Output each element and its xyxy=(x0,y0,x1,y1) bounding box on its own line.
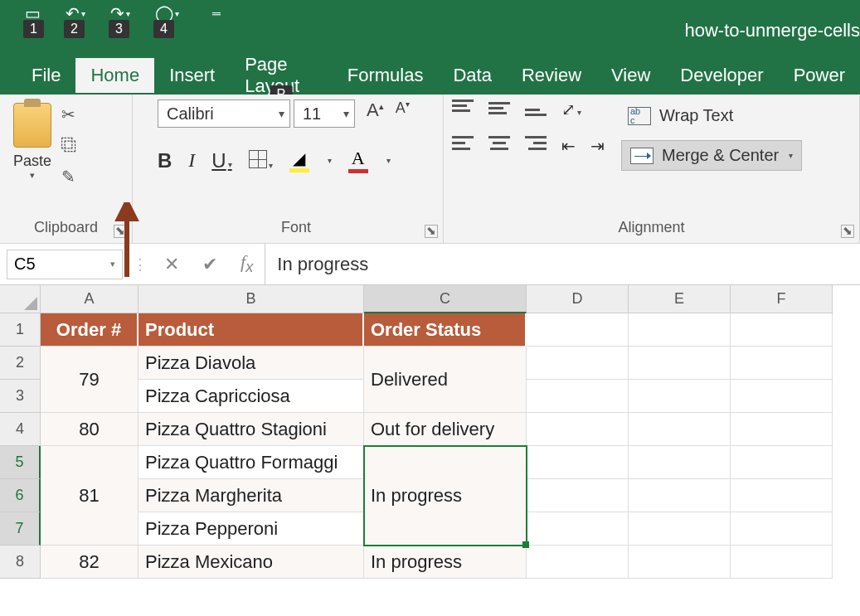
cell[interactable] xyxy=(629,347,731,380)
increase-indent-button[interactable]: ⇥ xyxy=(590,136,605,156)
tab-home[interactable]: HomeH xyxy=(75,58,154,93)
worksheet-grid[interactable]: A B C D E F 1 Order # Product Order Stat… xyxy=(0,285,860,616)
decrease-indent-button[interactable]: ⇤ xyxy=(561,136,576,156)
cell[interactable]: Pizza Quattro Formaggi xyxy=(138,446,364,479)
font-size-combo[interactable]: 11 ▾ xyxy=(294,99,355,128)
dialog-launcher-icon[interactable]: ⬊ xyxy=(841,225,854,238)
cell[interactable] xyxy=(731,546,833,579)
row-header-3[interactable]: 3 xyxy=(0,380,41,413)
cell[interactable]: Out for delivery xyxy=(364,413,527,446)
align-left-button[interactable] xyxy=(452,136,474,153)
cut-button[interactable]: ✂ xyxy=(61,104,78,124)
cell[interactable] xyxy=(629,380,731,413)
merged-cell[interactable]: 79 xyxy=(41,347,138,413)
align-center-button[interactable] xyxy=(488,136,510,153)
align-top-button[interactable] xyxy=(452,99,474,116)
cell[interactable]: 82 xyxy=(41,546,138,579)
fill-color-button[interactable]: ◢ xyxy=(289,148,309,172)
fill-handle[interactable] xyxy=(522,541,529,548)
cell[interactable] xyxy=(731,512,833,546)
enter-button[interactable]: ✔ xyxy=(191,254,229,275)
tab-formulas[interactable]: FormulasM xyxy=(333,58,439,93)
cell[interactable] xyxy=(527,479,629,512)
wrap-text-button[interactable]: Wrap Text xyxy=(621,103,802,129)
qat-undo[interactable]: ↶▾ 2 xyxy=(66,3,85,23)
row-header-6[interactable]: 6 xyxy=(0,479,41,512)
tab-file[interactable]: FileF xyxy=(17,58,75,93)
underline-button[interactable]: U▾ xyxy=(211,149,231,172)
copy-button[interactable]: ⿻ xyxy=(61,136,78,155)
col-header-f[interactable]: F xyxy=(731,285,833,313)
cell[interactable]: Pizza Pepperoni xyxy=(138,512,364,546)
qat-save[interactable]: ▭ 1 xyxy=(25,3,41,23)
format-painter-button[interactable]: ✎ xyxy=(61,167,78,187)
row-header-1[interactable]: 1 xyxy=(0,313,41,347)
grow-font-button[interactable]: A▴ xyxy=(367,99,384,128)
table-header[interactable]: Product xyxy=(138,313,364,347)
tab-view[interactable]: ViewW xyxy=(596,58,665,93)
qat-touchmode[interactable]: ◯▾ 4 xyxy=(155,3,179,23)
merged-cell[interactable]: In progress xyxy=(364,446,527,546)
col-header-b[interactable]: B xyxy=(138,285,364,313)
cell[interactable] xyxy=(731,347,833,380)
font-color-button[interactable]: A xyxy=(348,148,368,173)
merged-cell[interactable]: 81 xyxy=(41,446,138,546)
formula-input[interactable]: In progress xyxy=(265,244,860,284)
align-right-button[interactable] xyxy=(525,136,547,153)
cell[interactable] xyxy=(527,380,629,413)
col-header-a[interactable]: A xyxy=(41,285,138,313)
tab-power[interactable]: Power xyxy=(779,58,860,93)
cell[interactable] xyxy=(629,546,731,579)
tab-review[interactable]: ReviewR xyxy=(507,58,596,93)
cell[interactable] xyxy=(527,546,629,579)
tab-developer[interactable]: DeveloperL xyxy=(665,58,778,93)
insert-function-button[interactable]: fx xyxy=(229,251,265,276)
bold-button[interactable]: B xyxy=(158,149,172,172)
shrink-font-button[interactable]: A▾ xyxy=(396,99,410,128)
cell[interactable] xyxy=(629,313,731,347)
merged-cell[interactable]: Delivered xyxy=(364,347,527,413)
cell[interactable] xyxy=(629,479,731,512)
cell[interactable]: Pizza Capricciosa xyxy=(138,380,364,413)
cell[interactable] xyxy=(527,446,629,479)
name-box[interactable]: C5 ▾ xyxy=(7,250,123,279)
cell[interactable] xyxy=(527,347,629,380)
tab-data[interactable]: DataA xyxy=(438,58,506,93)
row-header-8[interactable]: 8 xyxy=(0,546,41,579)
cell[interactable] xyxy=(629,512,731,546)
orientation-button[interactable]: ⤢▾ xyxy=(561,99,581,119)
dialog-launcher-icon[interactable]: ⬊ xyxy=(425,225,438,238)
table-header[interactable]: Order Status xyxy=(364,313,527,347)
font-name-combo[interactable]: Calibri ▾ xyxy=(158,99,290,128)
row-header-4[interactable]: 4 xyxy=(0,413,41,446)
cell[interactable] xyxy=(731,413,833,446)
borders-button[interactable]: ▾ xyxy=(249,150,273,172)
select-all-triangle[interactable] xyxy=(0,285,41,313)
cell[interactable]: In progress xyxy=(364,546,527,579)
italic-button[interactable]: I xyxy=(188,149,195,172)
cell[interactable] xyxy=(527,413,629,446)
qat-redo[interactable]: ↷▾ 3 xyxy=(110,3,130,23)
cell[interactable]: Pizza Diavola xyxy=(138,347,364,380)
cell[interactable] xyxy=(629,413,731,446)
cell[interactable] xyxy=(731,446,833,479)
col-header-c[interactable]: C xyxy=(364,285,527,313)
paste-button[interactable]: Paste ▾ xyxy=(8,99,56,184)
cell[interactable]: Pizza Mexicano xyxy=(138,546,364,579)
merge-center-button[interactable]: Merge & Center ▾ xyxy=(621,140,802,171)
align-middle-button[interactable] xyxy=(488,99,510,116)
col-header-e[interactable]: E xyxy=(629,285,731,313)
cell[interactable] xyxy=(731,313,833,347)
cell[interactable] xyxy=(731,380,833,413)
cell[interactable]: Pizza Margherita xyxy=(138,479,364,512)
cell[interactable] xyxy=(629,446,731,479)
col-header-d[interactable]: D xyxy=(527,285,629,313)
qat-customize[interactable]: ═ xyxy=(212,7,221,20)
table-header[interactable]: Order # xyxy=(41,313,138,347)
row-header-7[interactable]: 7 xyxy=(0,512,41,546)
cell[interactable] xyxy=(527,313,629,347)
tab-insert[interactable]: InsertN xyxy=(154,58,230,93)
row-header-5[interactable]: 5 xyxy=(0,446,41,479)
cell[interactable] xyxy=(527,512,629,546)
cell[interactable] xyxy=(731,479,833,512)
